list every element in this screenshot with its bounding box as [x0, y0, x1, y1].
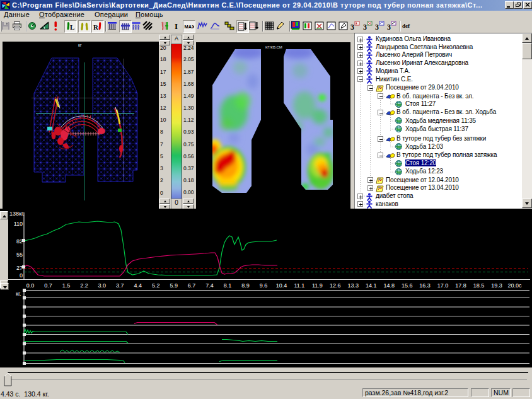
svg-text:14.1: 14.1: [366, 282, 377, 289]
svg-text:0.7: 0.7: [44, 282, 52, 289]
svg-text:8.1: 8.1: [224, 282, 232, 289]
svg-text:12.6: 12.6: [330, 282, 341, 289]
svg-text:55: 55: [16, 252, 23, 258]
svg-text:11.9: 11.9: [312, 282, 323, 289]
svg-text:11.1: 11.1: [294, 282, 304, 289]
svg-text:14.8: 14.8: [383, 282, 395, 289]
svg-text:1.5: 1.5: [62, 282, 71, 289]
svg-text:138кг.: 138кг.: [9, 211, 25, 217]
svg-text:3: 3: [350, 23, 354, 31]
svg-text:3: 3: [363, 23, 367, 31]
svg-text:R: R: [93, 23, 99, 31]
svg-text:5.2: 5.2: [152, 282, 160, 289]
svg-text:2.2: 2.2: [80, 282, 88, 289]
svg-text:20.0с: 20.0с: [507, 282, 522, 289]
svg-text:5.9: 5.9: [170, 282, 178, 289]
svg-text:16.3: 16.3: [419, 282, 431, 289]
svg-text:L: L: [70, 23, 74, 31]
svg-text:4.4: 4.4: [134, 282, 142, 289]
svg-text:110: 110: [14, 221, 23, 227]
svg-text:9.6: 9.6: [260, 282, 268, 289]
svg-text:13.3: 13.3: [348, 282, 359, 289]
svg-text:кг.: кг.: [16, 291, 21, 297]
svg-text:10.4: 10.4: [276, 282, 287, 289]
svg-text:82: 82: [16, 238, 23, 245]
svg-text:0: 0: [20, 272, 23, 279]
svg-text:I: I: [175, 21, 178, 31]
svg-text:MAX: MAX: [185, 24, 195, 30]
svg-text:3.7: 3.7: [116, 282, 124, 289]
svg-text:кг: кг: [78, 43, 82, 47]
svg-text:КГ/КВ.СМ: КГ/КВ.СМ: [265, 45, 282, 49]
svg-text:17.0: 17.0: [437, 282, 449, 289]
svg-text:8.9: 8.9: [241, 282, 250, 289]
svg-text:3: 3: [375, 23, 379, 31]
svg-text:27: 27: [16, 265, 23, 271]
svg-text:7.4: 7.4: [205, 282, 214, 289]
svg-text:6.7: 6.7: [188, 282, 196, 289]
svg-text:0.0: 0.0: [26, 282, 35, 289]
svg-text:3: 3: [387, 23, 391, 31]
svg-text:15.6: 15.6: [402, 282, 413, 289]
svg-text:17.8: 17.8: [455, 282, 466, 289]
svg-text:3.0: 3.0: [98, 282, 107, 289]
svg-text:19.3: 19.3: [491, 282, 502, 289]
svg-text:18.5: 18.5: [473, 282, 485, 289]
